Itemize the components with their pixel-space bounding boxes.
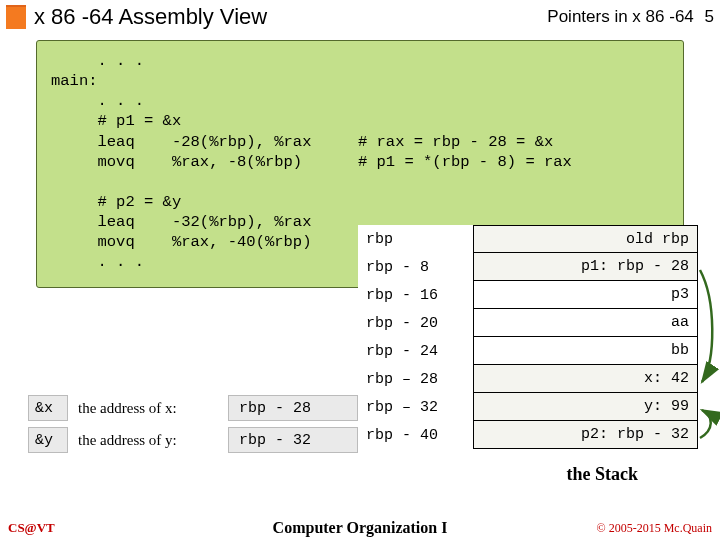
stack-addr: rbp – 28 [358, 365, 473, 393]
stack-cell: p1: rbp - 28 [473, 253, 698, 281]
stack-value-column: old rbp p1: rbp - 28 p3 aa bb x: 42 y: 9… [473, 225, 698, 449]
slide-topic: Pointers in x 86 -64 5 [547, 7, 714, 27]
stack-address-column: rbp rbp - 8 rbp - 16 rbp - 20 rbp - 24 r… [358, 225, 473, 449]
stack-addr: rbp - 20 [358, 309, 473, 337]
topic-text: Pointers in x 86 -64 [547, 7, 693, 26]
stack-label: the Stack [567, 464, 639, 485]
footer-left: CS@VT [8, 520, 55, 536]
stack-cell: p2: rbp - 32 [473, 421, 698, 449]
addr-description: the address of y: [68, 432, 228, 449]
stack-addr: rbp - 40 [358, 421, 473, 449]
footer-right: © 2005-2015 Mc.Quain [597, 521, 712, 536]
page-number: 5 [705, 7, 714, 26]
stack-cell: old rbp [473, 225, 698, 253]
slide-footer: CS@VT Computer Organization I © 2005-201… [0, 520, 720, 536]
stack-cell: x: 42 [473, 365, 698, 393]
slide-header: x 86 -64 Assembly View Pointers in x 86 … [0, 0, 720, 36]
stack-cell: aa [473, 309, 698, 337]
stack-addr: rbp - 8 [358, 253, 473, 281]
stack-cell: y: 99 [473, 393, 698, 421]
addr-expression: rbp - 32 [228, 427, 358, 453]
slide-title: x 86 -64 Assembly View [34, 4, 267, 30]
table-row: &y the address of y: rbp - 32 [28, 426, 366, 454]
addr-symbol: &x [28, 395, 68, 421]
address-explain-table: &x the address of x: rbp - 28 &y the add… [28, 394, 366, 454]
addr-symbol: &y [28, 427, 68, 453]
footer-mid: Computer Organization I [273, 519, 448, 537]
stack-diagram: rbp rbp - 8 rbp - 16 rbp - 20 rbp - 24 r… [358, 225, 698, 449]
table-row: &x the address of x: rbp - 28 [28, 394, 366, 422]
stack-addr: rbp [358, 225, 473, 253]
accent-square [6, 5, 26, 29]
stack-addr: rbp - 24 [358, 337, 473, 365]
addr-expression: rbp - 28 [228, 395, 358, 421]
stack-cell: bb [473, 337, 698, 365]
addr-description: the address of x: [68, 400, 228, 417]
stack-addr: rbp – 32 [358, 393, 473, 421]
stack-cell: p3 [473, 281, 698, 309]
stack-addr: rbp - 16 [358, 281, 473, 309]
